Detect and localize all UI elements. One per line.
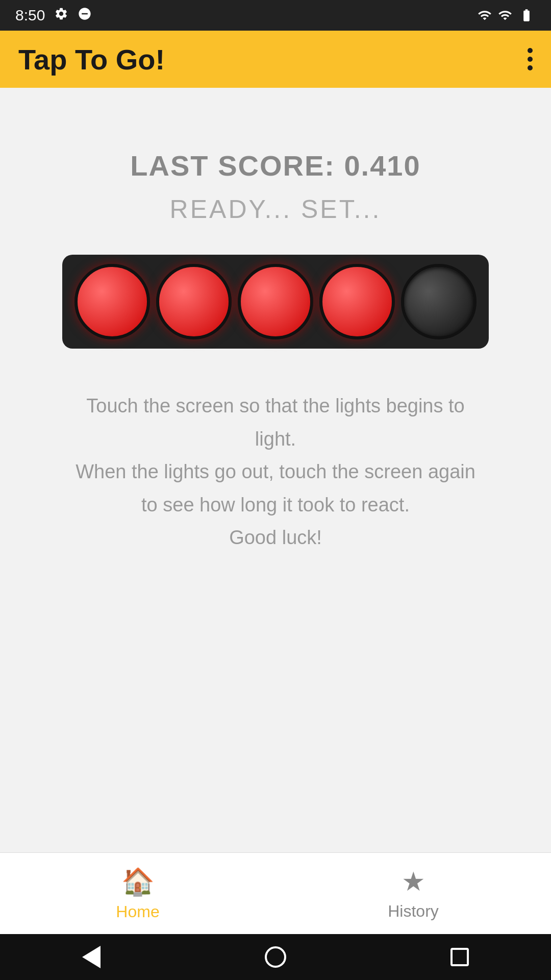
light-3 bbox=[238, 264, 313, 339]
light-1 bbox=[74, 264, 150, 339]
home-label: Home bbox=[116, 902, 159, 921]
do-not-disturb-icon bbox=[78, 7, 92, 24]
wifi-icon bbox=[477, 8, 493, 22]
signal-icon bbox=[498, 8, 512, 22]
last-score: LAST SCORE: 0.410 bbox=[130, 149, 420, 182]
lights-container bbox=[62, 255, 489, 349]
status-icons-right bbox=[477, 8, 536, 22]
light-2 bbox=[156, 264, 232, 339]
status-bar: 8:50 bbox=[0, 0, 551, 31]
instructions: Touch the screen so that the lights begi… bbox=[66, 389, 485, 554]
main-content[interactable]: LAST SCORE: 0.410 READY... SET... Touch … bbox=[0, 88, 551, 852]
history-label: History bbox=[388, 902, 439, 921]
light-4 bbox=[319, 264, 395, 339]
ready-set: READY... SET... bbox=[170, 194, 382, 224]
home-button[interactable] bbox=[265, 946, 286, 968]
more-options-button[interactable] bbox=[528, 48, 533, 70]
bottom-nav: 🏠 Home ★ History bbox=[0, 852, 551, 934]
recents-button[interactable] bbox=[450, 948, 469, 966]
status-time: 8:50 bbox=[15, 7, 45, 24]
light-5 bbox=[401, 264, 477, 339]
app-title: Tap To Go! bbox=[18, 43, 165, 76]
battery-icon bbox=[517, 8, 536, 22]
settings-icon bbox=[54, 7, 68, 24]
nav-home[interactable]: 🏠 Home bbox=[0, 866, 276, 921]
back-button[interactable] bbox=[82, 946, 101, 968]
history-icon: ★ bbox=[402, 866, 425, 897]
nav-history[interactable]: ★ History bbox=[276, 866, 551, 921]
app-bar: Tap To Go! bbox=[0, 31, 551, 88]
android-nav bbox=[0, 934, 551, 980]
home-icon: 🏠 bbox=[121, 866, 155, 897]
